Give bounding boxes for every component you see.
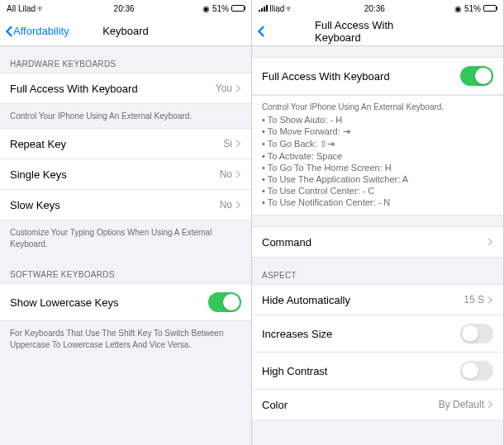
row-value: Si [223, 138, 232, 149]
battery-percent: ◉ 51% [454, 4, 481, 13]
row-full-access[interactable]: Full Access With Keyboard You [0, 73, 251, 104]
row-hide-auto[interactable]: Hide Automatically 15 S [252, 284, 503, 315]
status-bar: Iliad ᯤ 20:36 ◉ 51% [252, 0, 503, 17]
help-item: To Use The Application Switcher: A [262, 173, 493, 185]
wifi-icon: ᯤ [286, 4, 294, 13]
chevron-right-icon [235, 170, 241, 178]
nav-bar: Affordability Keyboard [0, 17, 251, 46]
row-single-keys[interactable]: Single Keys No [0, 159, 251, 190]
row-label: High Contrast [262, 365, 460, 377]
section-header-aspect: ASPECT [252, 258, 503, 285]
back-button[interactable] [257, 26, 265, 37]
row-value: By Default [439, 399, 484, 410]
row-label: Full Access With Keyboard [10, 83, 216, 95]
signal-icon [259, 5, 268, 12]
time: 20:36 [114, 4, 135, 13]
chevron-right-icon [487, 296, 493, 304]
carrier: Iliad [269, 4, 284, 13]
footer-text: Control Your IPhone Using An External Ke… [0, 104, 251, 129]
help-item: To Move Forward: ⇥ [262, 125, 493, 138]
chevron-right-icon [235, 140, 241, 148]
row-command[interactable]: Command [252, 226, 503, 258]
row-label: Show Lowercase Keys [10, 296, 208, 309]
chevron-right-icon [487, 400, 493, 409]
row-label: Slow Keys [10, 199, 220, 211]
row-value: No [220, 199, 232, 211]
row-value: You [216, 83, 232, 94]
section-header-software: SOFTWARE KEYBOARDS [0, 257, 251, 284]
chevron-right-icon [235, 84, 241, 92]
help-list: To Show Aiuto: - H To Move Forward: ⇥ To… [262, 114, 493, 208]
carrier: All Lilad [7, 4, 36, 13]
footer-text: Customize Your Typing Options When Using… [0, 220, 251, 257]
row-label: Full Access With Keyboard [262, 70, 460, 83]
row-increases-size[interactable]: Increases Size [252, 315, 503, 353]
section-header-hardware: HARDWARE KEYBOARDS [0, 46, 251, 73]
battery-icon [231, 5, 245, 12]
toggle-high-contrast[interactable] [460, 361, 493, 381]
footer-text: For Keyboards That Use The Shift Key To … [0, 321, 251, 357]
battery-icon [483, 5, 497, 12]
row-label: Single Keys [10, 168, 220, 181]
help-item: To Go To The Home Screen: H [262, 162, 493, 173]
nav-title: Full Access With Keyboard [315, 19, 440, 44]
chevron-left-icon [257, 26, 265, 37]
toggle-lowercase[interactable] [208, 292, 241, 312]
help-block: Control Your IPhone Using An External Ke… [252, 95, 503, 215]
row-label: Hide Automatically [262, 294, 464, 306]
row-value: 15 S [464, 294, 484, 305]
help-item: To Go Back: ⇧⇥ [262, 138, 493, 150]
wifi-icon: ᯤ [37, 4, 45, 13]
battery-percent: ◉ 51% [202, 4, 229, 13]
chevron-left-icon [5, 26, 13, 37]
help-title: Control Your IPhone Using An External Ke… [262, 102, 493, 111]
help-item: To Use Control Center: - C [262, 185, 493, 196]
row-color[interactable]: Color By Default [252, 389, 503, 420]
back-label: Affordability [13, 25, 69, 37]
time: 20:36 [364, 4, 385, 13]
screen-left: All Lilad ᯤ 20:36 ◉ 51% Affordability Ke… [0, 0, 252, 445]
toggle-increases-size[interactable] [460, 324, 493, 343]
help-item: To Show Aiuto: - H [262, 114, 493, 125]
nav-title: Keyboard [102, 25, 149, 37]
toggle-full-access[interactable] [460, 66, 493, 86]
row-label: Repeat Key [10, 138, 223, 150]
row-high-contrast[interactable]: High Contrast [252, 352, 503, 390]
chevron-right-icon [235, 201, 241, 209]
row-value: No [220, 168, 232, 180]
screen-right: Iliad ᯤ 20:36 ◉ 51% Full Access With Key… [252, 0, 504, 445]
row-label: Increases Size [262, 328, 460, 340]
row-full-access-toggle[interactable]: Full Access With Keyboard [252, 57, 503, 95]
back-button[interactable]: Affordability [5, 25, 69, 37]
nav-bar: Full Access With Keyboard [252, 17, 503, 46]
status-bar: All Lilad ᯤ 20:36 ◉ 51% [0, 0, 251, 17]
row-slow-keys[interactable]: Slow Keys No [0, 189, 251, 220]
help-item: To Use Notification Center: - N [262, 196, 493, 208]
row-repeat-key[interactable]: Repeat Key Si [0, 128, 251, 159]
row-label: Color [262, 399, 439, 411]
help-item: To Activate: Space [262, 150, 493, 162]
row-show-lowercase[interactable]: Show Lowercase Keys [0, 283, 251, 321]
row-label: Command [262, 236, 487, 249]
chevron-right-icon [487, 238, 493, 246]
